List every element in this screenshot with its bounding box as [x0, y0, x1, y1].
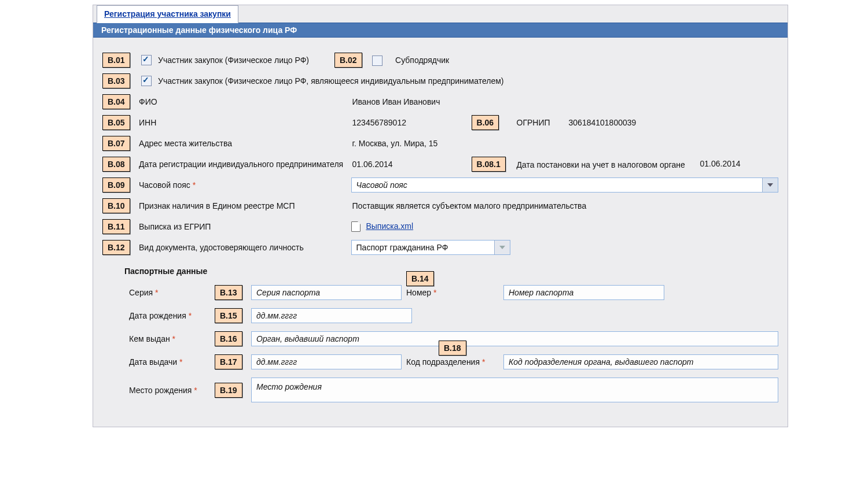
required-b09: *	[193, 180, 196, 190]
label-b10: Признак наличия в Едином реестре МСП	[139, 201, 295, 210]
chevron-down-icon	[494, 241, 510, 254]
code-b05: B.05	[102, 115, 130, 130]
label-b08-1: Дата постановки на учет в налоговом орга…	[517, 160, 685, 169]
label-issue-date: Дата выдачи	[129, 357, 177, 367]
passport-section-title: Паспортные данные	[100, 260, 781, 278]
input-issue-date[interactable]: дд.мм.гггг	[251, 354, 402, 369]
required-dept-code: *	[482, 357, 485, 367]
required-series: *	[155, 288, 158, 297]
code-b09: B.09	[102, 177, 130, 193]
value-reg-date: 01.06.2014	[351, 160, 393, 169]
input-dept-code[interactable]: Код подразделения органа, выдавшего пасп…	[503, 354, 778, 369]
checkbox-b03[interactable]	[141, 76, 152, 86]
select-timezone[interactable]: Часовой пояс	[351, 177, 778, 193]
chevron-down-icon	[762, 178, 778, 192]
checkbox-b02[interactable]	[372, 56, 382, 66]
code-b03: B.03	[102, 73, 130, 88]
label-birth-place: Место рождения	[129, 386, 192, 395]
code-b15: B.15	[215, 308, 242, 323]
label-series: Серия	[129, 288, 153, 297]
code-b01: B.01	[102, 53, 130, 68]
file-icon	[351, 221, 361, 232]
select-timezone-text: Часовой пояс	[356, 180, 762, 190]
code-b17: B.17	[215, 354, 242, 369]
code-b19: B.19	[215, 383, 242, 398]
code-b13: B.13	[215, 285, 242, 300]
link-file[interactable]: Выписка.xml	[366, 221, 413, 231]
code-b08: B.08	[102, 157, 130, 172]
label-b07: Адрес места жительства	[139, 139, 232, 148]
select-doc-type[interactable]: Паспорт гражданина РФ	[351, 240, 510, 255]
form-body: B.01 Участник закупок (Физическое лицо Р…	[93, 38, 788, 427]
input-issued-by[interactable]: Орган, выдавший паспорт	[251, 331, 778, 346]
tab-bar: Регистрация участника закупки	[93, 5, 788, 23]
value-address: г. Москва, ул. Мира, 15	[351, 139, 438, 148]
label-b06: ОГРНИП	[517, 118, 550, 127]
label-b01: Участник закупок (Физическое лицо РФ)	[158, 56, 309, 65]
value-fio: Иванов Иван Иванович	[351, 97, 440, 106]
value-ogrnip: 306184101800039	[568, 118, 637, 127]
code-b06: B.06	[472, 115, 499, 130]
required-issue-date: *	[179, 357, 182, 367]
label-number: Номер	[406, 288, 431, 297]
required-birth-date: *	[189, 311, 192, 320]
section-header: Регистрационные данные физического лица …	[93, 23, 788, 38]
code-b07: B.07	[102, 136, 130, 151]
required-birth-place: *	[194, 386, 197, 395]
required-issued-by: *	[172, 334, 175, 343]
code-b11: B.11	[102, 219, 130, 234]
passport-table: Серия * B.13 Серия паспорта B.14 Номер *…	[100, 278, 781, 409]
input-birth-place[interactable]: Место рождения	[251, 378, 778, 402]
code-b04: B.04	[102, 94, 130, 109]
code-b12: B.12	[102, 240, 130, 255]
label-b11: Выписка из ЕГРИП	[139, 222, 211, 231]
value-inn: 123456789012	[351, 118, 406, 127]
label-issued-by: Кем выдан	[129, 334, 170, 343]
label-b05: ИНН	[139, 118, 156, 127]
label-b09: Часовой пояс	[139, 180, 190, 190]
code-b10: B.10	[102, 198, 130, 213]
input-birth-date[interactable]: дд.мм.гггг	[251, 308, 412, 323]
code-b16: B.16	[215, 331, 242, 346]
label-birth-date: Дата рождения	[129, 311, 186, 320]
checkbox-b01[interactable]	[141, 55, 152, 65]
select-doc-type-text: Паспорт гражданина РФ	[356, 243, 494, 252]
label-b04: ФИО	[139, 97, 157, 106]
label-b02: Субподрядчик	[395, 56, 449, 65]
value-msp: Поставщик является субъектом малого пред…	[351, 201, 587, 210]
fields-table: B.01 Участник закупок (Физическое лицо Р…	[100, 48, 781, 260]
input-series[interactable]: Серия паспорта	[251, 285, 402, 300]
required-number: *	[433, 288, 436, 297]
input-number[interactable]: Номер паспорта	[503, 285, 664, 300]
label-dept-code: Код подразделения	[406, 357, 480, 367]
code-b02: B.02	[334, 53, 362, 68]
label-b08: Дата регистрации индивидуального предпри…	[139, 160, 343, 169]
code-b18: B.18	[439, 341, 466, 356]
tab-registration[interactable]: Регистрация участника закупки	[97, 5, 238, 23]
value-tax-date: 01.06.2014	[699, 159, 741, 168]
label-b12: Вид документа, удостоверяющего личность	[139, 243, 304, 252]
form-container: Регистрация участника закупки Регистраци…	[93, 5, 788, 427]
code-b08-1: B.08.1	[472, 157, 506, 172]
code-b14: B.14	[406, 271, 434, 286]
label-b03: Участник закупок (Физическое лицо РФ, яв…	[158, 76, 504, 86]
